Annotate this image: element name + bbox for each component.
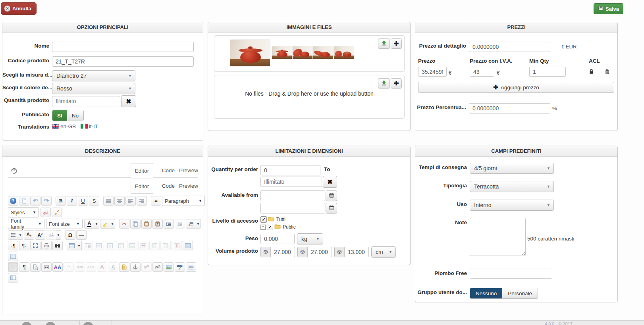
editor-font-family-select[interactable]: Font family▼ (8, 219, 44, 229)
access-tree-item-all[interactable]: Tutti (276, 217, 285, 222)
product-code-input[interactable] (52, 56, 194, 67)
editor-ordered-list-button[interactable]: 12 (186, 219, 196, 229)
editor-fullscreen-button[interactable] (30, 241, 40, 250)
image-add-button[interactable]: ✚ (391, 38, 402, 49)
quantity-input[interactable] (52, 96, 120, 106)
volume-z-input[interactable] (344, 247, 369, 257)
file-add-button[interactable]: ✚ (391, 78, 402, 88)
tab-editor[interactable]: Editor (131, 163, 153, 178)
available-from-calendar-button[interactable] (326, 190, 337, 201)
lead-free-input[interactable] (470, 269, 552, 279)
editor-align-left-button[interactable] (125, 196, 136, 206)
editor-show-blocks-button[interactable]: ¶ (19, 262, 29, 272)
editor-link-button[interactable] (152, 262, 163, 272)
editor-table-button[interactable] (67, 241, 77, 250)
editor-bullet-list-dropdown-caret[interactable]: ▼ (18, 230, 23, 240)
editor-content-area[interactable] (3, 286, 202, 314)
quantity-per-order-min-input[interactable] (260, 165, 320, 175)
editor-paste-button[interactable] (141, 219, 152, 229)
weight-input[interactable] (260, 234, 295, 244)
images-dropzone[interactable]: ✚ (214, 35, 405, 72)
price-vat-input[interactable] (470, 67, 494, 77)
editor-subscript-button[interactable]: A2 (24, 230, 34, 240)
user-group-none-button[interactable]: Nessuno (470, 288, 502, 298)
editor-help-button[interactable]: ? (8, 196, 18, 206)
editor-italic-button[interactable]: I (67, 196, 77, 206)
editor-align-right-button[interactable] (137, 196, 147, 206)
footer-button-partial[interactable] (45, 322, 56, 325)
editor-forecolor-dropdown-caret[interactable]: ▼ (94, 219, 99, 229)
min-qty-input[interactable] (529, 67, 566, 77)
editor-bold-button[interactable]: B (56, 196, 66, 206)
editor-forecolor-button[interactable]: A (84, 219, 94, 229)
image-thumbnail-pot-with-lid[interactable] (272, 46, 292, 59)
editor-paste-text-button[interactable]: T (152, 219, 163, 229)
quantity-per-order-max-input[interactable] (260, 177, 322, 187)
tab-preview[interactable]: Preview (179, 163, 198, 178)
editor-anchor-button[interactable] (130, 262, 141, 272)
image-thumbnail-pot-with-lid-large[interactable] (230, 40, 270, 66)
editor-align-center-button[interactable] (114, 196, 125, 206)
editor-clean-button[interactable] (52, 208, 62, 217)
editor-redo-button[interactable]: ↷ (41, 196, 52, 206)
editor-find-button[interactable] (52, 241, 63, 250)
editor-backcolor-dropdown-caret[interactable]: ▼ (110, 219, 115, 229)
quantity-max-clear-button[interactable]: ✖ (323, 176, 337, 188)
editor-new-document-button[interactable] (19, 196, 29, 206)
percentage-price-input[interactable] (469, 103, 550, 113)
editor-blockquote-button[interactable]: “ (151, 196, 161, 206)
files-dropzone[interactable]: No files - Drag & Drop here or use the u… (214, 75, 405, 119)
cancel-button[interactable]: ✕ Annulla (1, 2, 37, 15)
editor-backcolor-button[interactable] (100, 219, 110, 229)
size-select[interactable]: Diametro 27 ▼ (52, 70, 135, 81)
editor-charmap-button[interactable]: Ω (65, 230, 75, 240)
translation-link-en-gb[interactable]: en-GB (60, 123, 76, 129)
weight-unit-select[interactable]: kg ▼ (297, 233, 323, 244)
editor-nonbreaking-button[interactable] (41, 262, 52, 272)
file-upload-button[interactable] (378, 78, 390, 88)
editor-strikethrough-button[interactable]: S (89, 196, 99, 206)
notes-textarea[interactable] (470, 218, 526, 256)
editor-styles-select[interactable]: Styles▼ (8, 207, 39, 217)
image-thumbnail-pot-open[interactable] (334, 46, 354, 59)
price-input[interactable] (418, 67, 447, 77)
tab-code[interactable]: Code (159, 163, 177, 178)
color-select[interactable]: Rosso ▼ (52, 83, 135, 94)
delivery-time-select[interactable]: 4/5 giorni ▼ (470, 163, 554, 174)
access-public-checkbox[interactable]: ✓ (267, 224, 273, 230)
editor-copy-button[interactable] (130, 219, 141, 229)
volume-y-input[interactable] (307, 247, 332, 257)
editor-align-justify-button[interactable] (103, 196, 114, 206)
retail-price-input[interactable] (469, 42, 550, 52)
available-from-input[interactable] (260, 190, 325, 201)
image-thumbnail-pot-lid-leaning[interactable] (293, 46, 312, 59)
quantity-clear-button[interactable]: ✖ (121, 95, 136, 107)
editor-eraser-button[interactable] (40, 208, 51, 217)
editor-ordered-list-dropdown-caret[interactable]: ▼ (196, 219, 201, 229)
tab-editor[interactable]: Editor (131, 179, 153, 194)
translation-link-it-it[interactable]: it-IT (89, 123, 98, 129)
save-button[interactable]: Salva (594, 3, 623, 14)
access-all-checkbox[interactable]: ✓ (260, 216, 267, 223)
tab-preview[interactable]: Preview (179, 179, 198, 193)
tree-expander-icon[interactable]: + (260, 225, 266, 230)
editor-merge-cells-button[interactable] (183, 241, 193, 250)
image-upload-button[interactable] (378, 38, 390, 49)
delete-price-trash-icon[interactable] (603, 67, 611, 76)
editor-preview-button[interactable] (30, 262, 40, 272)
editor-indent-button[interactable] (164, 219, 174, 229)
editor-style-properties-button[interactable]: AA (52, 262, 63, 272)
type-select[interactable]: Terracotta ▼ (470, 181, 554, 192)
editor-spellcheck-button[interactable]: abc✓ (175, 262, 185, 272)
editor-image-button[interactable] (164, 262, 174, 272)
published-yes-button[interactable]: SI (52, 110, 67, 121)
access-tree-item-public[interactable]: Public (283, 224, 296, 230)
footer-button-partial[interactable] (21, 322, 32, 325)
editor-split-cells-button[interactable] (8, 252, 18, 261)
use-select[interactable]: Interno ▼ (470, 200, 554, 211)
volume-unit-select[interactable]: cm ▼ (371, 246, 396, 258)
editor-font-size-select[interactable]: Font size▼ (46, 219, 83, 229)
editor-attributes-button[interactable] (119, 262, 129, 272)
name-input[interactable] (52, 42, 194, 52)
footer-button-partial[interactable] (83, 322, 93, 325)
